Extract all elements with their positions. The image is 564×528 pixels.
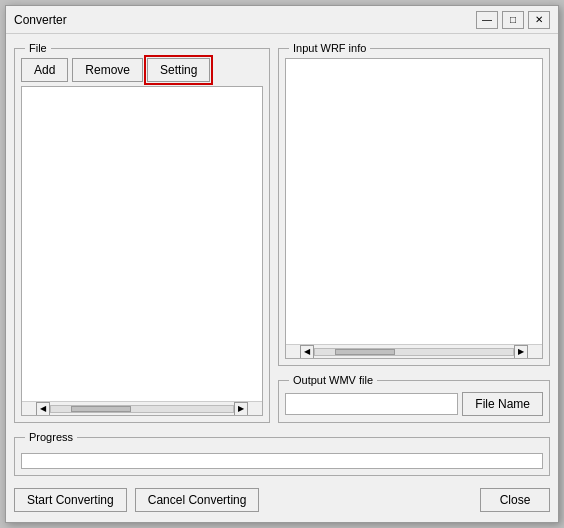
scroll-thumb[interactable] (71, 406, 131, 412)
setting-button[interactable]: Setting (147, 58, 210, 82)
output-wmv-section: Output WMV file File Name (278, 374, 550, 423)
title-bar-controls: — □ ✕ (476, 11, 550, 29)
output-row: File Name (285, 392, 543, 416)
maximize-button[interactable]: □ (502, 11, 524, 29)
start-converting-button[interactable]: Start Converting (14, 488, 127, 512)
wrf-hscrollbar[interactable]: ◀ ▶ (286, 344, 542, 358)
bottom-buttons: Start Converting Cancel Converting Close (14, 484, 550, 514)
title-bar: Converter — □ ✕ (6, 6, 558, 34)
file-section: File Add Remove Setting ◀ ▶ (14, 42, 270, 423)
close-button[interactable]: Close (480, 488, 550, 512)
add-button[interactable]: Add (21, 58, 68, 82)
progress-bar-container (21, 453, 543, 469)
input-wrf-section: Input WRF info ◀ ▶ (278, 42, 550, 366)
main-area: File Add Remove Setting ◀ ▶ (14, 42, 550, 423)
wrf-scroll-left[interactable]: ◀ (300, 345, 314, 359)
output-filename-input[interactable] (285, 393, 458, 415)
window-title: Converter (14, 13, 67, 27)
progress-section: Progress (14, 431, 550, 476)
output-legend: Output WMV file (289, 374, 377, 386)
close-window-button[interactable]: ✕ (528, 11, 550, 29)
wrf-scroll-track (314, 348, 514, 356)
file-name-button[interactable]: File Name (462, 392, 543, 416)
file-listbox-hscrollbar[interactable]: ◀ ▶ (22, 401, 262, 415)
wrf-scroll-right[interactable]: ▶ (514, 345, 528, 359)
wrf-text-area[interactable]: ◀ ▶ (285, 58, 543, 359)
file-legend: File (25, 42, 51, 54)
wrf-scroll-thumb[interactable] (335, 349, 395, 355)
remove-button[interactable]: Remove (72, 58, 143, 82)
right-section: Input WRF info ◀ ▶ Output WMV file (278, 42, 550, 423)
progress-legend: Progress (25, 431, 77, 443)
file-buttons: Add Remove Setting (21, 58, 263, 82)
scroll-track (50, 405, 234, 413)
scroll-right-arrow[interactable]: ▶ (234, 402, 248, 416)
cancel-converting-button[interactable]: Cancel Converting (135, 488, 260, 512)
minimize-button[interactable]: — (476, 11, 498, 29)
window-body: File Add Remove Setting ◀ ▶ (6, 34, 558, 522)
wrf-legend: Input WRF info (289, 42, 370, 54)
bottom-left-buttons: Start Converting Cancel Converting (14, 488, 259, 512)
main-window: Converter — □ ✕ File Add Remove Setting … (5, 5, 559, 523)
scroll-left-arrow[interactable]: ◀ (36, 402, 50, 416)
file-listbox[interactable]: ◀ ▶ (21, 86, 263, 416)
